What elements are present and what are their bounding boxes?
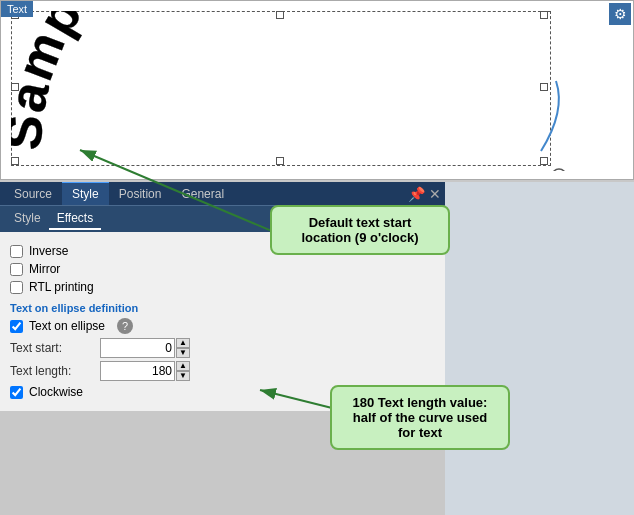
handle-mid-right[interactable] bbox=[540, 83, 548, 91]
text-start-row: Text start: 0 ▲ ▼ bbox=[10, 338, 435, 358]
gear-icon: ⚙ bbox=[614, 6, 627, 22]
subtab-effects[interactable]: Effects bbox=[49, 208, 101, 230]
handle-top-right[interactable] bbox=[540, 11, 548, 19]
panel-tab-icons: 📌 ✕ bbox=[408, 186, 441, 202]
tab-source[interactable]: Source bbox=[4, 183, 62, 205]
text-length-input-group: 180 ▲ ▼ bbox=[100, 361, 190, 381]
text-length-spinners: ▲ ▼ bbox=[176, 361, 190, 381]
callout-top: Default text start location (9 o'clock) bbox=[270, 205, 450, 255]
text-start-label: Text start: bbox=[10, 341, 100, 355]
help-icon[interactable]: ? bbox=[117, 318, 133, 334]
pin-icon[interactable]: 📌 bbox=[408, 186, 425, 202]
handle-top-center[interactable] bbox=[276, 11, 284, 19]
text-length-row: Text length: 180 ▲ ▼ bbox=[10, 361, 435, 381]
callout-top-text: Default text start location (9 o'clock) bbox=[301, 215, 418, 245]
text-start-spinners: ▲ ▼ bbox=[176, 338, 190, 358]
text-on-ellipse-label: Text on ellipse bbox=[29, 319, 105, 333]
handle-bottom-center[interactable] bbox=[276, 157, 284, 165]
text-length-input[interactable]: 180 bbox=[100, 361, 175, 381]
text-on-ellipse-row: Text on ellipse ? bbox=[10, 318, 435, 334]
text-length-down-button[interactable]: ▼ bbox=[176, 371, 190, 381]
handle-bottom-right[interactable] bbox=[540, 157, 548, 165]
section-label: Text on ellipse definition bbox=[10, 302, 435, 314]
close-icon[interactable]: ✕ bbox=[429, 186, 441, 202]
svg-point-1 bbox=[552, 169, 566, 171]
handle-bottom-left[interactable] bbox=[11, 157, 19, 165]
rtl-label: RTL printing bbox=[29, 280, 94, 294]
panel-tabs: Source Style Position General 📌 ✕ bbox=[0, 182, 445, 206]
handle-mid-left[interactable] bbox=[11, 83, 19, 91]
mirror-row: Mirror bbox=[10, 262, 435, 276]
callout-bottom-text: 180 Text length value: half of the curve… bbox=[353, 395, 488, 440]
subtab-style[interactable]: Style bbox=[6, 208, 49, 230]
text-start-up-button[interactable]: ▲ bbox=[176, 338, 190, 348]
rtl-row: RTL printing bbox=[10, 280, 435, 294]
text-start-input-group: 0 ▲ ▼ bbox=[100, 338, 190, 358]
text-length-label: Text length: bbox=[10, 364, 100, 378]
text-start-down-button[interactable]: ▼ bbox=[176, 348, 190, 358]
svg-text:Sample text sample: Sample text sample bbox=[11, 11, 435, 152]
text-start-input[interactable]: 0 bbox=[100, 338, 175, 358]
canvas-gear-button[interactable]: ⚙ bbox=[609, 3, 631, 25]
clockwise-label: Clockwise bbox=[29, 385, 83, 399]
tab-style[interactable]: Style bbox=[62, 182, 109, 205]
inverse-checkbox[interactable] bbox=[10, 245, 23, 258]
text-title-bar: Text bbox=[1, 1, 33, 17]
clockwise-checkbox[interactable] bbox=[10, 386, 23, 399]
tab-position[interactable]: Position bbox=[109, 183, 172, 205]
curved-text-svg: Sample text sample bbox=[11, 11, 571, 171]
inverse-label: Inverse bbox=[29, 244, 68, 258]
tab-general[interactable]: General bbox=[171, 183, 234, 205]
canvas-area: Text ⚙ Sample text sample bbox=[0, 0, 634, 180]
text-title-label: Text bbox=[7, 3, 27, 15]
right-panel bbox=[445, 182, 634, 515]
text-length-up-button[interactable]: ▲ bbox=[176, 361, 190, 371]
rtl-checkbox[interactable] bbox=[10, 281, 23, 294]
mirror-checkbox[interactable] bbox=[10, 263, 23, 276]
text-on-ellipse-checkbox[interactable] bbox=[10, 320, 23, 333]
mirror-label: Mirror bbox=[29, 262, 60, 276]
callout-bottom: 180 Text length value: half of the curve… bbox=[330, 385, 510, 450]
